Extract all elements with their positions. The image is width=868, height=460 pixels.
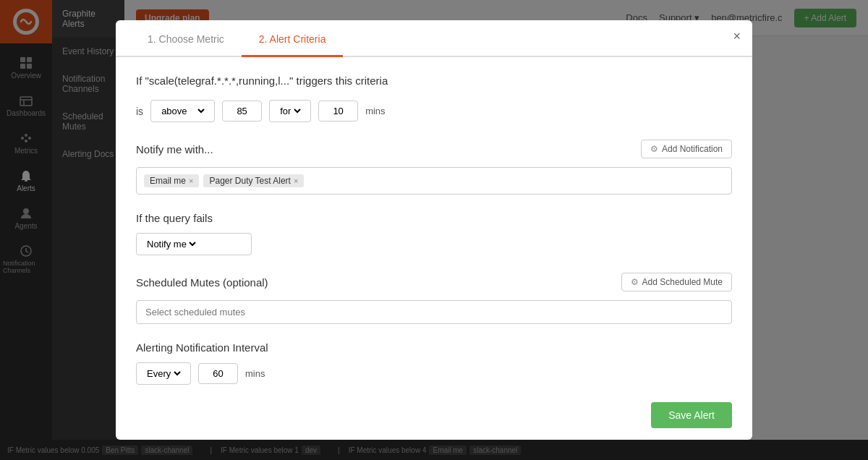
scheduled-mutes-section: Scheduled Mutes (optional) ⚙ Add Schedul…: [136, 273, 732, 324]
notification-tags-input[interactable]: Email me × Pager Duty Test Alert ×: [136, 167, 732, 195]
query-fails-select-box[interactable]: Notify me Ignore: [136, 233, 252, 255]
scheduled-mutes-heading: Scheduled Mutes (optional): [136, 276, 268, 289]
tag-remove-pager[interactable]: ×: [294, 176, 298, 185]
tab-alert-criteria[interactable]: 2. Alert Criteria: [242, 20, 344, 57]
criteria-heading: If "scale(telegraf.*.*.*,running,l..." t…: [136, 74, 732, 87]
interval-input[interactable]: [198, 363, 238, 384]
above-select[interactable]: above below equal to: [158, 105, 207, 117]
interval-row: Every mins: [136, 362, 732, 385]
modal-body: If "scale(telegraf.*.*.*,running,l..." t…: [116, 57, 752, 440]
tag-email-me: Email me ×: [144, 174, 199, 187]
notify-section: Notify me with... ⚙ Add Notification Ema…: [136, 140, 732, 195]
interval-heading: Alerting Notification Interval: [136, 341, 268, 354]
modal-overlay: × 1. Choose Metric 2. Alert Criteria If …: [0, 0, 868, 460]
tab-choose-metric[interactable]: 1. Choose Metric: [130, 20, 242, 57]
interval-mins-label: mins: [245, 368, 265, 379]
modal-tabs: 1. Choose Metric 2. Alert Criteria: [116, 20, 752, 57]
gear-icon-mute: ⚙: [631, 277, 639, 287]
tag-remove-email[interactable]: ×: [189, 176, 193, 185]
scheduled-mutes-header: Scheduled Mutes (optional) ⚙ Add Schedul…: [136, 273, 732, 291]
notify-section-header: Notify me with... ⚙ Add Notification: [136, 140, 732, 158]
save-alert-button[interactable]: Save Alert: [651, 402, 732, 428]
add-notification-button[interactable]: ⚙ Add Notification: [641, 140, 732, 158]
add-scheduled-mute-button[interactable]: ⚙ Add Scheduled Mute: [621, 273, 732, 291]
every-select-box[interactable]: Every: [136, 362, 191, 385]
interval-header: Alerting Notification Interval: [136, 341, 732, 354]
gear-icon: ⚙: [650, 144, 658, 154]
query-fails-section: If the query fails Notify me Ignore: [136, 212, 732, 255]
alert-criteria-modal: × 1. Choose Metric 2. Alert Criteria If …: [116, 20, 752, 440]
save-row: Save Alert: [136, 402, 732, 428]
for-select[interactable]: for: [277, 105, 303, 117]
mins-label-criteria: mins: [365, 106, 385, 116]
criteria-row: is above below equal to for mins: [136, 100, 732, 122]
above-select-box[interactable]: above below equal to: [150, 100, 215, 122]
notify-heading: Notify me with...: [136, 143, 213, 156]
query-fails-heading: If the query fails: [136, 212, 213, 224]
tag-pager-duty: Pager Duty Test Alert ×: [203, 174, 304, 187]
is-label: is: [136, 106, 143, 117]
modal-close-button[interactable]: ×: [733, 29, 741, 44]
query-fails-select[interactable]: Notify me Ignore: [144, 238, 198, 250]
interval-section: Alerting Notification Interval Every min…: [136, 341, 732, 385]
scheduled-mutes-input[interactable]: [136, 300, 732, 324]
notification-tag-input-field[interactable]: [308, 176, 724, 187]
for-select-box[interactable]: for: [269, 100, 311, 122]
query-fails-header: If the query fails: [136, 212, 732, 224]
every-select[interactable]: Every: [144, 367, 183, 380]
duration-input[interactable]: [318, 101, 358, 122]
threshold-input[interactable]: [222, 101, 262, 122]
